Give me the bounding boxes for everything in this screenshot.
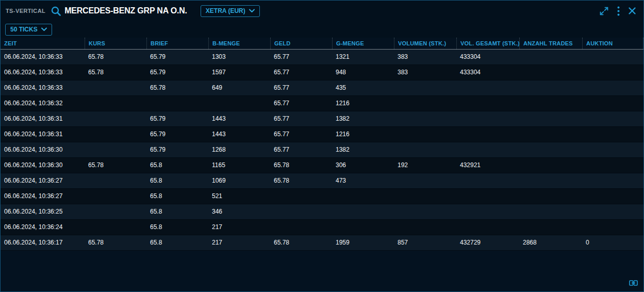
cell: 06.06.2024, 10:36:33 bbox=[1, 65, 85, 80]
cell bbox=[519, 96, 582, 111]
cell bbox=[582, 80, 643, 95]
cell: 65.78 bbox=[85, 158, 146, 173]
cell: 433304 bbox=[456, 50, 519, 64]
cell bbox=[582, 189, 643, 204]
cell: 65.79 bbox=[146, 111, 208, 126]
cell: 0 bbox=[582, 235, 643, 250]
cell: 65.79 bbox=[146, 142, 208, 157]
cell bbox=[394, 142, 456, 157]
expand-icon[interactable] bbox=[599, 6, 609, 16]
cell: 65.78 bbox=[270, 235, 332, 250]
cell: 65.8 bbox=[146, 173, 208, 188]
cell: 65.78 bbox=[85, 65, 146, 80]
cell: 65.77 bbox=[270, 65, 332, 80]
cell bbox=[85, 142, 146, 157]
cell bbox=[456, 173, 519, 188]
cell: 2868 bbox=[519, 235, 582, 250]
cell bbox=[582, 173, 643, 188]
cell: 06.06.2024, 10:36:31 bbox=[1, 111, 85, 126]
chevron-down-icon bbox=[249, 9, 255, 13]
cell bbox=[270, 220, 332, 235]
cell: 1216 bbox=[332, 96, 394, 111]
cell: 1216 bbox=[332, 127, 394, 142]
cell: 65.79 bbox=[146, 50, 208, 64]
cell: 1321 bbox=[332, 50, 394, 64]
cell bbox=[394, 80, 456, 95]
cell bbox=[582, 127, 643, 142]
cell: 65.77 bbox=[270, 111, 332, 126]
cell: 06.06.2024, 10:36:32 bbox=[1, 96, 85, 111]
cell: 1069 bbox=[208, 173, 270, 188]
table-row: 06.06.2024, 10:36:3065.7865.8116565.7830… bbox=[1, 158, 643, 173]
table-row: 06.06.2024, 10:36:3265.771216 bbox=[1, 96, 643, 111]
column-header: GELD bbox=[270, 38, 332, 49]
cell bbox=[85, 96, 146, 111]
cell bbox=[85, 220, 146, 235]
cell bbox=[146, 96, 208, 111]
cell bbox=[519, 50, 582, 64]
table-row: 06.06.2024, 10:36:3365.7865.79159765.779… bbox=[1, 65, 643, 80]
cell: 06.06.2024, 10:36:17 bbox=[1, 235, 85, 250]
cell: 1165 bbox=[208, 158, 270, 173]
cell: 473 bbox=[332, 173, 394, 188]
cell: 65.78 bbox=[85, 50, 146, 64]
cell: 65.77 bbox=[270, 80, 332, 95]
table-row: 06.06.2024, 10:36:1765.7865.821765.78195… bbox=[1, 235, 643, 251]
kebab-menu-icon[interactable] bbox=[617, 6, 620, 16]
cell: 65.79 bbox=[146, 65, 208, 80]
ts-vertical-window: TS-VERTICAL MERCEDES-BENZ GRP NA O.N. XE… bbox=[0, 0, 644, 292]
table-row: 06.06.2024, 10:36:2765.8106965.78473 bbox=[1, 173, 643, 189]
exchange-select[interactable]: XETRA (EUR) bbox=[201, 5, 260, 17]
cell bbox=[582, 111, 643, 126]
cell bbox=[85, 204, 146, 219]
cell bbox=[270, 189, 332, 204]
cell: 06.06.2024, 10:36:30 bbox=[1, 158, 85, 173]
cell bbox=[332, 189, 394, 204]
cell: 432921 bbox=[456, 158, 519, 173]
cell bbox=[519, 173, 582, 188]
cell bbox=[85, 80, 146, 95]
cell: 65.77 bbox=[270, 142, 332, 157]
cell: 65.8 bbox=[146, 235, 208, 250]
instrument-search[interactable]: MERCEDES-BENZ GRP NA O.N. bbox=[51, 6, 187, 17]
link-icon[interactable] bbox=[629, 279, 638, 288]
cell bbox=[519, 80, 582, 95]
cell: 06.06.2024, 10:36:31 bbox=[1, 127, 85, 142]
column-header: B-MENGE bbox=[208, 38, 270, 49]
cell bbox=[456, 111, 519, 126]
cell: 1597 bbox=[208, 65, 270, 80]
cell bbox=[582, 142, 643, 157]
search-icon bbox=[51, 6, 61, 17]
column-header: VOL. GESAMT (STK.) bbox=[456, 38, 519, 49]
column-header: VOLUMEN (STK.) bbox=[394, 38, 456, 49]
cell: 1268 bbox=[208, 142, 270, 157]
cell bbox=[519, 142, 582, 157]
cell bbox=[394, 173, 456, 188]
cell: 521 bbox=[208, 189, 270, 204]
cell: 1382 bbox=[332, 111, 394, 126]
table-row: 06.06.2024, 10:36:3165.79144365.771216 bbox=[1, 127, 643, 142]
cell: 346 bbox=[208, 204, 270, 219]
cell: 06.06.2024, 10:36:33 bbox=[1, 50, 85, 64]
table-row: 06.06.2024, 10:36:3165.79144365.771382 bbox=[1, 111, 643, 127]
cell: 06.06.2024, 10:36:24 bbox=[1, 220, 85, 235]
cell: 857 bbox=[394, 235, 456, 250]
cell bbox=[85, 189, 146, 204]
close-icon[interactable] bbox=[628, 7, 636, 15]
cell: 1382 bbox=[332, 142, 394, 157]
column-header: ZEIT bbox=[1, 38, 85, 49]
column-header: G-MENGE bbox=[332, 38, 394, 49]
cell bbox=[582, 65, 643, 80]
cell bbox=[394, 127, 456, 142]
cell: 06.06.2024, 10:36:27 bbox=[1, 173, 85, 188]
cell: 06.06.2024, 10:36:30 bbox=[1, 142, 85, 157]
cell: 65.78 bbox=[146, 80, 208, 95]
cell: 948 bbox=[332, 65, 394, 80]
table-row: 06.06.2024, 10:36:3365.7864965.77435 bbox=[1, 80, 643, 96]
cell bbox=[456, 142, 519, 157]
cell: 435 bbox=[332, 80, 394, 95]
cell bbox=[394, 189, 456, 204]
ticks-select[interactable]: 50 TICKS bbox=[5, 24, 52, 36]
table-row: 06.06.2024, 10:36:2565.8346 bbox=[1, 204, 643, 220]
module-label: TS-VERTICAL bbox=[6, 8, 45, 14]
